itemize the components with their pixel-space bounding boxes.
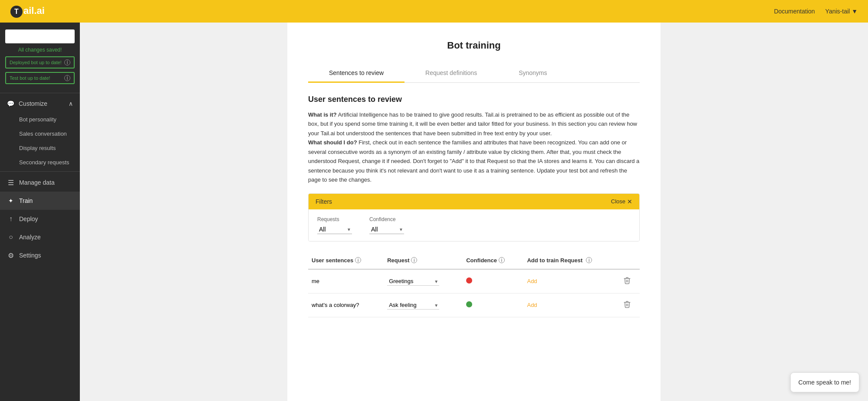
request-cell: Greetings <box>384 269 463 293</box>
confidence-dot <box>466 301 472 307</box>
col-request: Request i <box>384 254 463 269</box>
chevron-up-icon: ∧ <box>69 100 73 107</box>
sentence-cell: me <box>308 269 384 293</box>
filters-body: Requests All Confidence All <box>309 209 639 241</box>
logo: Tail.ai <box>10 5 45 18</box>
customize-left: 💬 Customize <box>7 100 47 107</box>
customize-section-header[interactable]: 💬 Customize ∧ <box>0 95 80 112</box>
deploy-icon: ↑ <box>7 215 15 223</box>
request-select-0[interactable]: Greetings <box>387 277 439 286</box>
content-panel: Bot training Sentences to review Request… <box>287 23 661 401</box>
topbar: Tail.ai Documentation Yanis-tail ▼ <box>0 0 868 23</box>
manage-data-icon: ☰ <box>7 179 15 186</box>
what-is-it-label: What is it? <box>308 111 337 118</box>
delete-cell <box>620 269 640 293</box>
chat-bubble-text: Come speak to me! <box>799 379 851 386</box>
delete-button-0[interactable] <box>623 277 631 286</box>
table-row: me Greetings Add <box>308 269 640 293</box>
request-select-1[interactable]: Ask feeling <box>387 301 439 310</box>
confidence-select[interactable]: All <box>369 225 404 234</box>
sidebar-item-secondary-requests[interactable]: Secondary requests <box>0 155 80 170</box>
info-block: What is it? Artificial Intelligence has … <box>308 110 640 185</box>
col-sentences: User sentences i <box>308 254 384 269</box>
user-name: Yanis-tail <box>825 8 850 15</box>
col-confidence: Confidence i <box>463 254 523 269</box>
confidence-cell <box>463 293 523 317</box>
filters-header: Filters Close ✕ <box>309 194 639 209</box>
test-bot-button[interactable]: Test bot up to date! i <box>5 72 75 84</box>
delete-cell <box>620 293 640 317</box>
close-label: Close <box>611 198 625 205</box>
requests-filter-label: Requests <box>317 216 352 222</box>
deployed-info-icon[interactable]: i <box>64 59 70 65</box>
filters-box: Filters Close ✕ Requests All <box>308 193 640 241</box>
col-add-to-train: Add to train Request i <box>523 254 620 269</box>
requests-select[interactable]: All <box>317 225 352 234</box>
test-info-icon[interactable]: i <box>64 75 70 81</box>
sentence-cell: what's a colorway? <box>308 293 384 317</box>
sidebar-item-deploy[interactable]: ↑ Deploy <box>0 210 80 228</box>
search-input[interactable] <box>5 29 75 43</box>
analyze-label: Analyze <box>19 234 41 241</box>
sidebar-item-manage-data[interactable]: ☰ Manage data <box>0 173 80 192</box>
confidence-select-wrap: All <box>369 225 404 234</box>
status-badge: All changes saved! <box>5 47 75 53</box>
request-col-info-icon[interactable]: i <box>411 257 417 263</box>
sidebar-item-settings[interactable]: ⚙ Settings <box>0 246 80 264</box>
add-link-1[interactable]: Add <box>527 302 537 308</box>
section-title: User sentences to review <box>308 95 640 104</box>
deploy-label: Deploy <box>19 215 38 222</box>
tab-sentences-to-review[interactable]: Sentences to review <box>308 64 404 83</box>
sidebar-item-display-results[interactable]: Display results <box>0 141 80 155</box>
request-select-wrap: Greetings <box>387 277 439 286</box>
train-icon: ✦ <box>7 197 15 205</box>
confidence-filter-group: Confidence All <box>369 216 404 234</box>
deployed-bot-button[interactable]: Deployed bot up to date! i <box>5 56 75 68</box>
filters-close-button[interactable]: Close ✕ <box>611 198 632 205</box>
request-select-wrap: Ask feeling <box>387 301 439 310</box>
tab-synonyms[interactable]: Synonyms <box>498 64 568 83</box>
confidence-dot <box>466 277 472 284</box>
table-row: what's a colorway? Ask feeling Add <box>308 293 640 317</box>
add-link-0[interactable]: Add <box>527 278 537 284</box>
confidence-cell <box>463 269 523 293</box>
settings-icon: ⚙ <box>7 251 15 259</box>
main-content: Bot training Sentences to review Request… <box>80 23 868 401</box>
what-should-label: What should I do? <box>308 139 357 146</box>
sidebar-item-sales-conversation[interactable]: Sales conversation <box>0 127 80 141</box>
sidebar: All changes saved! Deployed bot up to da… <box>0 23 80 401</box>
delete-button-1[interactable] <box>623 300 631 310</box>
documentation-link[interactable]: Documentation <box>774 8 815 15</box>
sidebar-item-analyze[interactable]: ○ Analyze <box>0 228 80 246</box>
close-icon: ✕ <box>627 198 632 205</box>
add-cell: Add <box>523 269 620 293</box>
customize-sub-items: Bot personality Sales conversation Displ… <box>0 112 80 170</box>
sentences-table: User sentences i Request i <box>308 254 640 317</box>
requests-select-wrap: All <box>317 225 352 234</box>
add-col-info-icon[interactable]: i <box>586 257 592 263</box>
tabs: Sentences to review Request definitions … <box>308 64 640 83</box>
customize-icon: 💬 <box>7 100 14 107</box>
sidebar-item-train[interactable]: ✦ Train <box>0 192 80 210</box>
chevron-down-icon: ▼ <box>852 8 858 15</box>
page-title: Bot training <box>308 40 640 51</box>
filters-label: Filters <box>316 198 332 205</box>
tab-request-definitions[interactable]: Request definitions <box>404 64 498 83</box>
request-cell: Ask feeling <box>384 293 463 317</box>
user-menu[interactable]: Yanis-tail ▼ <box>825 8 858 15</box>
add-cell: Add <box>523 293 620 317</box>
logo-circle: T <box>10 6 23 18</box>
customize-label: Customize <box>19 100 47 107</box>
what-is-it-text: Artificial Intelligence has to be traine… <box>308 111 637 137</box>
sidebar-top: All changes saved! Deployed bot up to da… <box>0 29 80 91</box>
sentences-col-info-icon[interactable]: i <box>355 257 361 263</box>
requests-filter-group: Requests All <box>317 216 352 234</box>
chat-bubble: Come speak to me! <box>790 372 859 392</box>
confidence-col-info-icon[interactable]: i <box>499 257 505 263</box>
col-delete <box>620 254 640 269</box>
what-should-text: First, check out in each sentence the fa… <box>308 139 639 183</box>
settings-label: Settings <box>19 252 41 259</box>
confidence-filter-label: Confidence <box>369 216 404 222</box>
manage-data-label: Manage data <box>19 179 55 186</box>
sidebar-item-bot-personality[interactable]: Bot personality <box>0 112 80 127</box>
